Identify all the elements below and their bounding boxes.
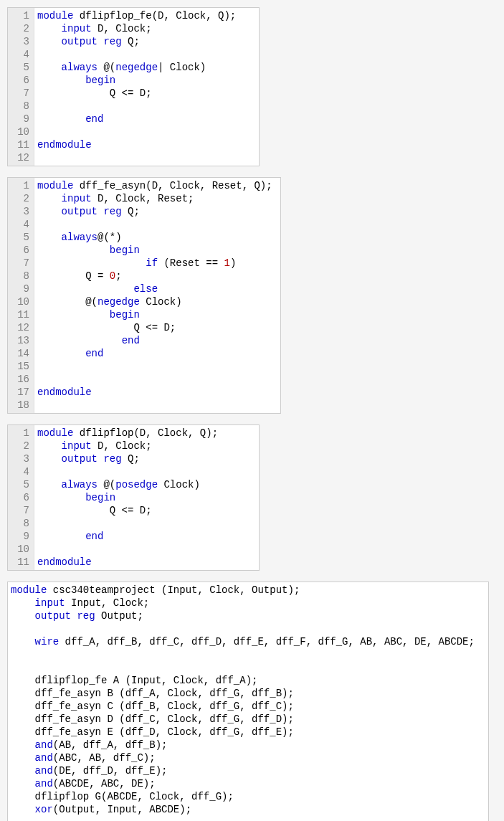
code-line <box>37 373 277 386</box>
code-line: endmodule <box>37 386 277 399</box>
code-line: end <box>37 113 256 125</box>
code-line: begin <box>37 74 256 87</box>
code-line: always@(*) <box>37 231 277 244</box>
line-number: 6 <box>9 491 29 504</box>
line-number: 11 <box>9 138 29 151</box>
code-line: dflipflop_fe A (Input, Clock, dff_A); <box>11 674 485 687</box>
code-line: input D, Clock, Reset; <box>37 192 277 205</box>
code-line: output reg Output; <box>11 609 485 622</box>
code-line: dff_fe_asyn D (dff_C, Clock, dff_G, dff_… <box>11 713 485 726</box>
code-line: output reg Q; <box>37 452 256 465</box>
line-number-gutter: 123456789101112131415161718 <box>8 178 34 413</box>
line-number: 13 <box>9 334 29 347</box>
code-line: dff_fe_asyn C (dff_B, Clock, dff_G, dff_… <box>11 700 485 713</box>
code-line: module dflipflop(D, Clock, Q); <box>37 427 256 440</box>
line-number: 3 <box>9 205 29 218</box>
code-line: endmodule <box>37 556 256 569</box>
line-number: 5 <box>9 61 29 74</box>
code-line: dflipflop G(ABCDE, Clock, dff_G); <box>11 790 485 803</box>
code-line <box>37 543 256 556</box>
code-line: output reg Q; <box>37 35 256 48</box>
code-block: 123456789101112module dflipflop_fe(D, Cl… <box>7 7 260 166</box>
line-number: 4 <box>9 48 29 61</box>
line-number: 11 <box>9 308 29 321</box>
code-line <box>11 622 485 635</box>
code-line: input D, Clock; <box>37 22 256 35</box>
line-number-gutter: 123456789101112 <box>8 8 34 166</box>
line-number: 4 <box>9 465 29 478</box>
line-number: 10 <box>9 295 29 308</box>
code-line: module dflipflop_fe(D, Clock, Q); <box>37 9 256 22</box>
line-number: 5 <box>9 231 29 244</box>
code-line <box>37 125 256 138</box>
line-number: 8 <box>9 517 29 530</box>
code-line <box>11 661 485 674</box>
code-line: always @(posedge Clock) <box>37 478 256 491</box>
line-number: 18 <box>9 399 29 412</box>
code-line: begin <box>37 308 277 321</box>
code-line: module dff_fe_asyn(D, Clock, Reset, Q); <box>37 179 277 192</box>
line-number: 9 <box>9 113 29 125</box>
line-number: 7 <box>9 257 29 270</box>
code-line <box>37 151 256 164</box>
line-number: 12 <box>9 321 29 334</box>
line-number: 1 <box>9 9 29 22</box>
code-line: end <box>37 334 277 347</box>
line-number: 2 <box>9 440 29 452</box>
line-number: 6 <box>9 74 29 87</box>
line-number: 3 <box>9 452 29 465</box>
line-number: 9 <box>9 283 29 295</box>
code-line: begin <box>37 491 256 504</box>
code-line: and(DE, dff_D, dff_E); <box>11 764 485 777</box>
line-number: 2 <box>9 192 29 205</box>
line-number: 17 <box>9 386 29 399</box>
line-number: 3 <box>9 35 29 48</box>
code-line: output reg Q; <box>37 205 277 218</box>
code-block: 123456789101112131415161718module dff_fe… <box>7 177 281 414</box>
line-number: 7 <box>9 87 29 100</box>
line-number: 1 <box>9 179 29 192</box>
code-line <box>37 465 256 478</box>
code-block: module csc340teamproject (Input, Clock, … <box>7 582 489 821</box>
code-line: wire dff_A, dff_B, dff_C, dff_D, dff_E, … <box>11 635 485 648</box>
code-line: end <box>37 530 256 543</box>
code-block: 1234567891011module dflipflop(D, Clock, … <box>7 424 260 571</box>
line-number: 8 <box>9 270 29 283</box>
code-line <box>37 360 277 373</box>
code-line <box>37 48 256 61</box>
code-line: and(ABC, AB, dff_C); <box>11 751 485 764</box>
line-number: 15 <box>9 360 29 373</box>
line-number: 11 <box>9 556 29 569</box>
line-number: 5 <box>9 478 29 491</box>
line-number-gutter: 1234567891011 <box>8 425 34 570</box>
line-number: 10 <box>9 543 29 556</box>
line-number: 2 <box>9 22 29 35</box>
line-number: 16 <box>9 373 29 386</box>
code-line: module csc340teamproject (Input, Clock, … <box>11 584 485 597</box>
line-number: 10 <box>9 125 29 138</box>
code-line: if (Reset == 1) <box>37 257 277 270</box>
code-area[interactable]: module dflipflop_fe(D, Clock, Q); input … <box>34 8 259 166</box>
code-line: Q <= D; <box>37 321 277 334</box>
code-line <box>11 816 485 821</box>
line-number: 7 <box>9 504 29 517</box>
code-line: Q <= D; <box>37 504 256 517</box>
line-number: 14 <box>9 347 29 360</box>
code-line: begin <box>37 244 277 257</box>
code-line: and(ABCDE, ABC, DE); <box>11 777 485 790</box>
code-area[interactable]: module dff_fe_asyn(D, Clock, Reset, Q); … <box>34 178 280 413</box>
code-line: @(negedge Clock) <box>37 295 277 308</box>
code-line: else <box>37 283 277 295</box>
code-line: Q <= D; <box>37 87 256 100</box>
code-area[interactable]: module csc340teamproject (Input, Clock, … <box>8 582 488 821</box>
line-number: 9 <box>9 530 29 543</box>
code-line <box>37 399 277 412</box>
code-line <box>11 648 485 661</box>
line-number: 12 <box>9 151 29 164</box>
code-area[interactable]: module dflipflop(D, Clock, Q); input D, … <box>34 425 259 570</box>
code-line: dff_fe_asyn E (dff_D, Clock, dff_G, dff_… <box>11 726 485 739</box>
line-number: 8 <box>9 100 29 113</box>
code-line: dff_fe_asyn B (dff_A, Clock, dff_G, dff_… <box>11 687 485 700</box>
code-line: end <box>37 347 277 360</box>
code-line: endmodule <box>37 138 256 151</box>
